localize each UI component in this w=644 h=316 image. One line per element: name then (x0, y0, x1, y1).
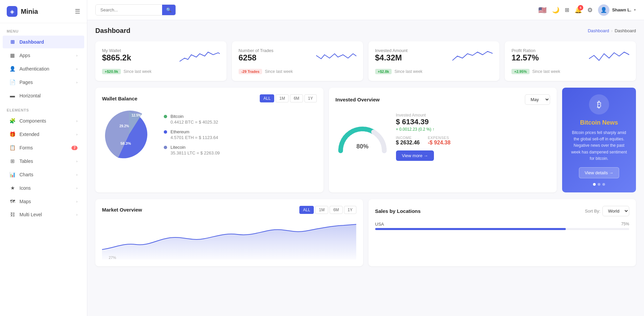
crypto-value: 0.4412 BTC = $ 4025.32 (170, 120, 218, 125)
dot-3[interactable] (602, 183, 605, 186)
location-bars: USA 75% (375, 222, 630, 230)
sales-locations-card: Sales by Locations Sort By: World USA 75… (368, 199, 636, 266)
notification-badge: 5 (578, 5, 583, 10)
search-input[interactable] (96, 5, 162, 15)
search-box: 🔍 (95, 4, 176, 15)
market-filter-6m[interactable]: 6M (330, 206, 343, 214)
sidebar-item-forms[interactable]: 📋 Forms 7 (3, 141, 84, 154)
bitcoin-news-body: Bitcoin prices fell sharply amid the glo… (569, 130, 629, 162)
market-card-title: Market Overview (102, 207, 142, 213)
sidebar-item-maps[interactable]: 🗺 Maps › (3, 195, 84, 208)
user-chevron-icon: ▾ (634, 8, 636, 12)
filter-1y[interactable]: 1Y (304, 94, 317, 102)
flag-icon[interactable]: 🇺🇸 (538, 6, 547, 14)
svg-text:29.2%: 29.2% (119, 124, 129, 128)
sidebar-item-label: Horizontal (19, 93, 41, 98)
income-value: $ 2632.46 (396, 140, 420, 145)
sparkline-trades (316, 49, 356, 65)
bitcoin-news-title: Bitcoin News (580, 119, 618, 126)
menu-toggle-icon[interactable]: ☰ (75, 8, 80, 15)
location-bar-fill (375, 228, 566, 230)
third-row: Market Overview ALL 1M 6M 1Y 27% (95, 199, 636, 266)
dot-2[interactable] (598, 183, 600, 186)
sidebar-item-extended[interactable]: 🎁 Extended › (3, 128, 84, 141)
sidebar-item-label: Authentication (19, 66, 49, 72)
view-more-button[interactable]: View more → (396, 150, 434, 161)
invested-change: + 0.0012.23 (0.2 %) ↑ (396, 127, 451, 132)
user-info[interactable]: 👤 Shawn L. ▾ (598, 4, 636, 16)
stat-since: Since last week (265, 69, 293, 74)
settings-icon[interactable]: ⚙ (587, 6, 593, 14)
market-filter-1m[interactable]: 1M (315, 206, 328, 214)
bell-icon[interactable]: 🔔 5 (575, 6, 582, 14)
chevron-right-icon: › (76, 186, 78, 190)
sidebar-item-label: Dashboard (19, 39, 44, 45)
crypto-item-litecoin: Litecoin 35.3811 LTC = $ 2263.09 (164, 145, 317, 155)
filter-all[interactable]: ALL (260, 94, 274, 102)
page-header: Dashboard Dashboard › Dashboard (95, 27, 636, 35)
sidebar-item-dashboard[interactable]: ⊞ Dashboard (3, 36, 84, 48)
sidebar-item-apps[interactable]: ▦ Apps › (3, 49, 84, 62)
sidebar-item-authentication[interactable]: 👤 Authentication › (3, 62, 84, 75)
sidebar-item-label: Icons (19, 185, 31, 191)
market-filter-all[interactable]: ALL (299, 206, 314, 214)
income-block: INCOME $ 2632.46 (396, 136, 420, 146)
market-chart: 27% (102, 219, 356, 260)
breadcrumb-current: Dashboard (614, 28, 636, 33)
sidebar-item-pages[interactable]: 📄 Pages › (3, 76, 84, 89)
user-name: Shawn L. (612, 7, 631, 12)
ethereum-dot (164, 130, 167, 134)
forms-icon: 📋 (9, 145, 15, 151)
breadcrumb-home[interactable]: Dashboard (588, 28, 609, 33)
location-bar-track (375, 228, 630, 230)
sales-card-title: Sales by Locations (375, 208, 421, 214)
sidebar-item-label: Multi Level (19, 212, 42, 217)
dot-1[interactable] (593, 183, 596, 186)
stat-badge: +$2.8k (375, 69, 392, 74)
sidebar-item-multilevel[interactable]: ⛓ Multi Level › (3, 208, 84, 221)
bitcoin-highlight: Bitcoin (580, 119, 600, 126)
sidebar-item-label: Charts (19, 172, 33, 177)
month-select[interactable]: May June July (525, 94, 550, 105)
market-filter-tabs: ALL 1M 6M 1Y (299, 206, 356, 214)
location-usa: USA 75% (375, 222, 630, 230)
location-pct: 75% (621, 222, 629, 228)
logo-area: ◈ Minia ☰ (0, 0, 87, 23)
sort-by-select[interactable]: World (602, 206, 629, 216)
stat-badge: -29 Trades (239, 69, 262, 74)
tables-icon: ⊞ (9, 158, 15, 164)
chevron-right-icon: › (76, 53, 78, 57)
search-button[interactable]: 🔍 (162, 5, 176, 15)
stat-card-invested: Invested Amount $4.32M +$2.8k Since last… (368, 41, 500, 81)
page-title: Dashboard (95, 27, 130, 35)
chevron-right-icon: › (76, 213, 78, 217)
sidebar-item-label: Components (19, 118, 46, 124)
sort-by-label: Sort By: (585, 209, 600, 214)
sidebar-item-charts[interactable]: 📊 Charts › (3, 168, 84, 181)
market-filter-1y[interactable]: 1Y (344, 206, 356, 214)
sidebar-item-tables[interactable]: ⊞ Tables › (3, 155, 84, 168)
stat-card-wallet: My Wallet $865.2k +$20.9k Since last wee… (95, 41, 227, 81)
filter-6m[interactable]: 6M (290, 94, 303, 102)
filter-1m[interactable]: 1M (276, 94, 289, 102)
extended-icon: 🎁 (9, 131, 15, 137)
sidebar-item-horizontal[interactable]: ▬ Horizontal (3, 89, 84, 102)
sidebar-item-components[interactable]: 🧩 Components › (3, 115, 84, 127)
sidebar-item-label: Maps (19, 199, 31, 204)
dark-mode-icon[interactable]: 🌙 (552, 6, 559, 14)
litecoin-dot (164, 146, 167, 149)
stat-since: Since last week (123, 69, 151, 74)
sidebar-item-label: Pages (19, 80, 33, 85)
grid-icon[interactable]: ⊞ (565, 7, 569, 13)
stat-value: 6258 (239, 53, 274, 62)
bitcoin-view-details-button[interactable]: View details → (579, 167, 619, 178)
stat-label: My Wallet (102, 48, 131, 53)
stat-label: Invested Amount (375, 48, 408, 53)
stat-badge: +2.95% (511, 69, 530, 74)
horizontal-icon: ▬ (9, 93, 15, 98)
elements-section-label: Elements (0, 102, 87, 114)
stat-footer: -29 Trades Since last week (239, 69, 356, 74)
sparkline-invested (452, 49, 493, 65)
sidebar-item-icons[interactable]: ★ Icons › (3, 182, 84, 194)
crypto-name: Litecoin (170, 145, 220, 150)
